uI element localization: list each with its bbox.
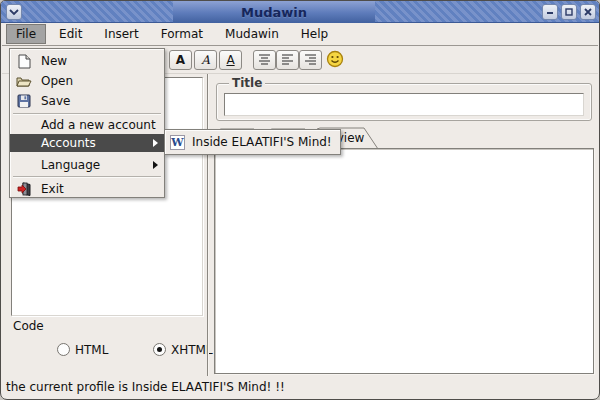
underline-button[interactable]: A [219,50,242,70]
align-center-button[interactable] [253,50,276,70]
file-dropdown-menu: New Open Save [9,48,165,198]
menu-mudawin[interactable]: Mudawin [216,24,288,44]
menu-item-add-account[interactable]: Add a new account [10,116,164,134]
menu-item-open[interactable]: Open [10,71,164,91]
submenu-item-label: Inside ELAATIFI'S Mind! [192,135,332,149]
menubar: File Edit Insert Format Mudawin Help [2,23,598,46]
submenu-arrow-icon [153,139,158,147]
open-folder-icon [15,75,33,88]
menu-format[interactable]: Format [152,24,212,44]
chevron-down-icon [9,8,19,16]
align-right-button[interactable] [299,50,322,70]
menu-item-exit[interactable]: Exit [10,179,164,199]
titlebar[interactable]: Mudawin [1,1,599,23]
title-groupbox-label: Title [229,76,265,90]
window-menu-button[interactable] [6,4,22,20]
bold-button[interactable]: A [169,50,192,70]
minimize-button[interactable] [542,4,558,20]
w-blog-icon: W [170,135,185,150]
menu-item-new[interactable]: New [10,51,164,71]
new-document-icon [15,54,33,69]
menu-edit[interactable]: Edit [50,24,91,44]
menu-item-accounts[interactable]: Accounts [10,134,164,152]
menu-item-language[interactable]: Language [10,156,164,174]
code-group-label: Code [13,319,44,333]
menu-item-save[interactable]: Save [10,91,164,111]
align-center-icon [258,53,271,68]
menu-file[interactable]: File [6,24,46,44]
radio-html-label[interactable]: HTML [75,343,108,357]
save-floppy-icon [15,94,33,108]
exit-icon [15,182,33,196]
menu-help[interactable]: Help [292,24,337,44]
smiley-button[interactable] [323,50,346,70]
mudawin-window: Mudawin File Edit Insert Format Mudawin … [0,0,600,400]
smiley-icon [326,50,344,71]
window-title: Mudawin [241,5,307,20]
minimize-icon [546,8,554,16]
code-radio-group: HTML XHTML [1,342,206,358]
preview-pane[interactable] [214,148,594,374]
title-groupbox: Title [216,83,592,121]
close-button[interactable] [580,4,596,20]
align-right-icon [304,53,317,68]
statusbar-text: the current profile is Inside ELAATIFI'S… [6,380,285,394]
menu-insert[interactable]: Insert [95,24,147,44]
close-icon [584,8,592,16]
radio-html[interactable] [57,343,70,356]
statusbar: the current profile is Inside ELAATIFI'S… [2,376,598,398]
submenu-arrow-icon [153,161,158,169]
maximize-icon [565,8,573,16]
titlebar-gradient: Mudawin [173,1,375,23]
radio-xhtml[interactable] [153,343,166,356]
maximize-button[interactable] [561,4,577,20]
align-left-button[interactable] [276,50,299,70]
title-input[interactable] [224,93,584,116]
panel-splitter[interactable] [207,74,208,376]
align-left-icon [281,53,294,68]
accounts-submenu: W Inside ELAATIFI'S Mind! [164,129,341,155]
submenu-item-profile[interactable]: W Inside ELAATIFI'S Mind! [165,135,340,150]
italic-button[interactable]: A [194,50,217,70]
